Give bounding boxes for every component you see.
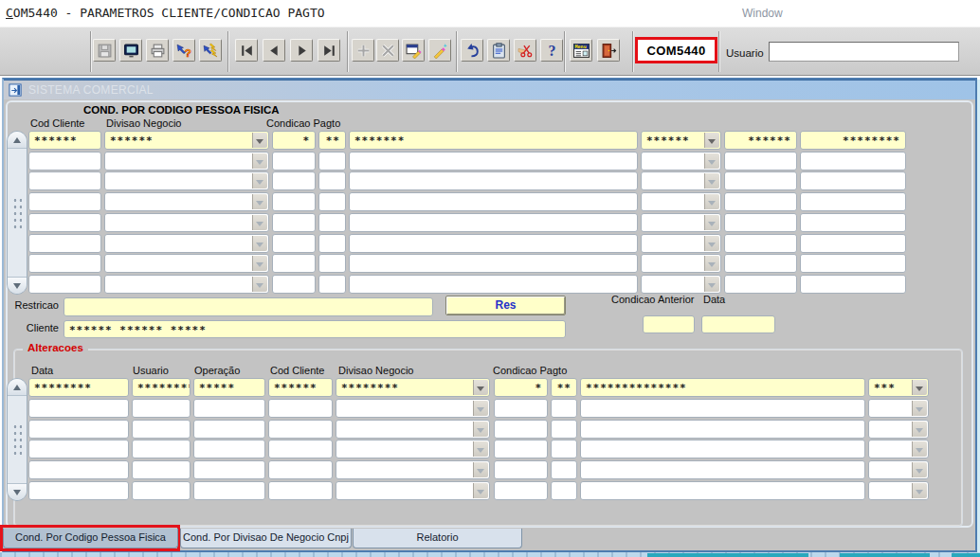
alteracoes-cell-r1-c6[interactable]: *: [494, 378, 548, 397]
alteracoes-cell-r4-c8[interactable]: [580, 440, 865, 458]
alteracoes-cell-r2-c1[interactable]: [28, 399, 129, 418]
dropdown-arrow-icon[interactable]: [252, 173, 267, 189]
alteracoes-cell-r3-c6[interactable]: [494, 420, 548, 439]
cond-pf-cell-r1-c5[interactable]: *******: [349, 131, 638, 150]
cond-pf-cell-r3-c1[interactable]: [28, 171, 101, 190]
dropdown-arrow-icon[interactable]: [473, 483, 488, 498]
dropdown-arrow-icon[interactable]: [473, 422, 488, 437]
tab-cond-por-codigo-pessoa-fisica[interactable]: Cond. Por Codigo Pessoa Fisica: [3, 529, 178, 548]
alteracoes-cell-r4-c9[interactable]: [868, 440, 929, 458]
cond-pf-cell-r4-c1[interactable]: [28, 192, 101, 211]
alteracoes-cell-r6-c9[interactable]: [868, 481, 929, 500]
cond-pf-cell-r7-c2[interactable]: [104, 254, 269, 273]
cond-pf-cell-r2-c7[interactable]: [724, 152, 797, 171]
cond-pf-cell-r7-c5[interactable]: [349, 254, 638, 273]
scroll-down-button[interactable]: [8, 277, 27, 294]
next-record-button[interactable]: [290, 39, 313, 62]
cond-pf-cell-r6-c6[interactable]: [641, 234, 721, 253]
tab-relatorio[interactable]: Relatorio: [353, 529, 522, 548]
cond-pf-cell-r6-c4[interactable]: [318, 234, 346, 253]
cond-pf-cell-r5-c7[interactable]: [724, 213, 797, 232]
dropdown-arrow-icon[interactable]: [704, 153, 719, 169]
cond-pf-cell-r7-c6[interactable]: [641, 254, 721, 273]
dropdown-arrow-icon[interactable]: [252, 194, 267, 209]
alteracoes-cell-r1-c9[interactable]: ***: [868, 378, 929, 397]
cond-pf-cell-r8-c4[interactable]: [318, 275, 346, 294]
dropdown-arrow-icon[interactable]: [252, 133, 267, 148]
cond-pf-cell-r6-c5[interactable]: [349, 234, 638, 253]
dropdown-arrow-icon[interactable]: [912, 380, 927, 395]
alteracoes-cell-r6-c8[interactable]: [580, 481, 865, 500]
scroll-up-button[interactable]: [8, 132, 27, 149]
alteracoes-cell-r5-c3[interactable]: [193, 460, 265, 479]
dropdown-arrow-icon[interactable]: [912, 483, 927, 498]
alteracoes-cell-r5-c2[interactable]: [132, 460, 191, 479]
dropdown-arrow-icon[interactable]: [704, 215, 719, 230]
dropdown-arrow-icon[interactable]: [704, 277, 719, 292]
alteracoes-cell-r3-c1[interactable]: [28, 420, 129, 439]
previous-record-button[interactable]: [263, 39, 285, 62]
alteracoes-cell-r6-c4[interactable]: [268, 481, 333, 500]
alteracoes-cell-r5-c6[interactable]: [494, 460, 548, 479]
alteracoes-cell-r2-c3[interactable]: [193, 399, 265, 418]
alteracoes-cell-r6-c2[interactable]: [132, 481, 191, 500]
display-button[interactable]: [119, 39, 142, 62]
first-record-button[interactable]: [235, 39, 258, 62]
dropdown-arrow-icon[interactable]: [252, 153, 267, 169]
cond-pf-cell-r3-c6[interactable]: [641, 171, 721, 190]
alteracoes-cell-r1-c8[interactable]: **************: [580, 378, 865, 397]
cond-pf-cell-r7-c7[interactable]: [724, 254, 797, 273]
usuario-input[interactable]: [769, 42, 959, 62]
alteracoes-cell-r4-c6[interactable]: [494, 440, 548, 458]
cond-pf-cell-r8-c2[interactable]: [104, 275, 269, 294]
cond-pf-cell-r2-c5[interactable]: [349, 152, 638, 171]
cond-pf-cell-r6-c7[interactable]: [724, 234, 797, 253]
mdi-titlebar[interactable]: SISTEMA COMERCIAL: [4, 80, 975, 99]
alteracoes-cell-r6-c1[interactable]: [28, 481, 129, 500]
cond-pf-cell-r1-c7[interactable]: ******: [724, 131, 797, 150]
cond-pf-cell-r3-c2[interactable]: [104, 171, 269, 190]
dropdown-arrow-icon[interactable]: [252, 277, 267, 292]
item-edit-button[interactable]: [428, 39, 451, 62]
alteracoes-cell-r4-c4[interactable]: [268, 440, 333, 458]
cond-pf-cell-r2-c2[interactable]: [104, 152, 269, 171]
alteracoes-cell-r5-c7[interactable]: [551, 460, 577, 479]
cond-pf-cell-r8-c3[interactable]: [272, 275, 316, 294]
cond-pf-cell-r4-c5[interactable]: [349, 192, 638, 211]
cond-pf-cell-r1-c1[interactable]: ******: [28, 131, 101, 150]
cond-pf-cell-r8-c5[interactable]: [349, 275, 638, 294]
alteracoes-cell-r2-c6[interactable]: [494, 399, 548, 418]
cond-pf-cell-r4-c3[interactable]: [272, 192, 316, 211]
dropdown-arrow-icon[interactable]: [252, 215, 267, 230]
cond-pf-cell-r3-c3[interactable]: [272, 171, 316, 190]
alteracoes-vertical-scrollbar[interactable]: [7, 378, 27, 501]
dropdown-arrow-icon[interactable]: [912, 441, 927, 457]
delete-record-button[interactable]: [376, 39, 399, 62]
cond-pf-cell-r3-c8[interactable]: [800, 171, 906, 190]
cond-pf-cell-r6-c1[interactable]: [28, 234, 101, 253]
cond-pf-cell-r2-c3[interactable]: [272, 152, 316, 171]
alteracoes-cell-r5-c9[interactable]: [868, 460, 929, 479]
cond-pf-cell-r1-c8[interactable]: ********: [800, 131, 906, 150]
menu-item-window[interactable]: Window: [742, 7, 783, 20]
dropdown-arrow-icon[interactable]: [473, 462, 488, 477]
alteracoes-cell-r2-c7[interactable]: [551, 399, 577, 418]
alteracoes-cell-r2-c4[interactable]: [268, 399, 333, 418]
insert-record-button[interactable]: [352, 39, 374, 62]
dropdown-arrow-icon[interactable]: [912, 401, 927, 416]
cond-pf-cell-r8-c1[interactable]: [28, 275, 101, 294]
execute-query-button[interactable]: [199, 39, 222, 62]
cond-pf-cell-r2-c4[interactable]: [318, 152, 346, 171]
cond-pf-cell-r4-c8[interactable]: [800, 192, 906, 211]
last-record-button[interactable]: [318, 39, 340, 62]
alteracoes-cell-r3-c2[interactable]: [132, 420, 191, 439]
condicao-anterior-field[interactable]: [643, 315, 695, 333]
alteracoes-cell-r5-c5[interactable]: [336, 460, 490, 479]
alteracoes-cell-r6-c6[interactable]: [494, 481, 548, 500]
dropdown-arrow-icon[interactable]: [912, 462, 927, 477]
dropdown-arrow-icon[interactable]: [252, 256, 267, 271]
cond-pf-cell-r4-c2[interactable]: [104, 192, 269, 211]
alteracoes-cell-r2-c5[interactable]: [336, 399, 490, 418]
cond-pf-cell-r4-c7[interactable]: [724, 192, 797, 211]
clipboard-button[interactable]: [487, 39, 510, 62]
